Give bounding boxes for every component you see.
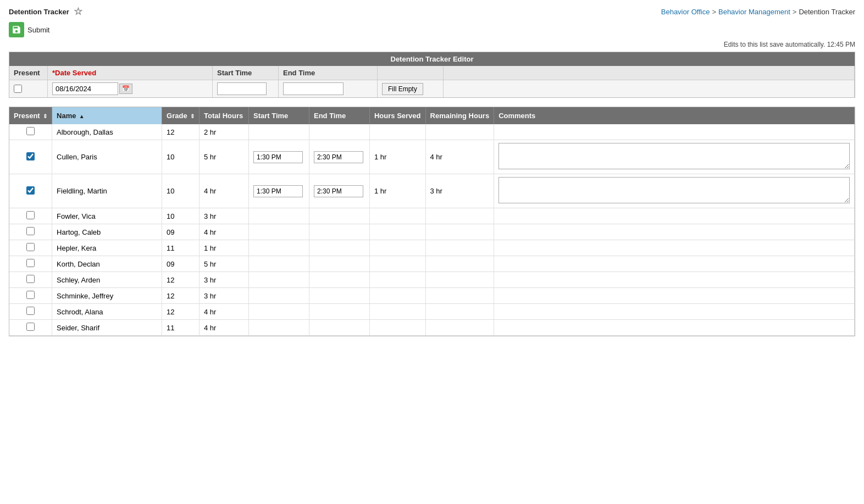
- cell-start-time: [248, 288, 309, 304]
- present-checkbox[interactable]: [26, 323, 35, 331]
- editor-extra-cell: [444, 80, 855, 97]
- cell-end-time: [309, 208, 369, 224]
- favorite-star-icon[interactable]: ☆: [74, 5, 82, 18]
- cell-hours-served: [369, 320, 425, 336]
- cell-present: [9, 174, 52, 208]
- cell-hours-served: [369, 224, 425, 240]
- cell-comments: [494, 240, 855, 256]
- present-checkbox[interactable]: [26, 275, 35, 283]
- grade-sort-icon: ⇕: [190, 113, 195, 119]
- editor-header-extra: [444, 66, 855, 80]
- cell-remaining-hours: [425, 208, 494, 224]
- cell-end-time: [309, 272, 369, 288]
- th-present[interactable]: Present ⇕: [9, 107, 52, 124]
- cell-name: Seider, Sharif: [52, 320, 162, 336]
- th-grade[interactable]: Grade ⇕: [162, 107, 200, 124]
- comments-textarea[interactable]: [499, 143, 850, 169]
- present-checkbox[interactable]: [26, 259, 35, 267]
- cell-hours-served: [369, 256, 425, 272]
- cell-start-time: [248, 240, 309, 256]
- cell-grade: 09: [162, 256, 200, 272]
- cell-remaining-hours: [425, 124, 494, 140]
- editor-section: Detention Tracker Editor Present *Date S…: [9, 52, 855, 98]
- end-time-input[interactable]: [314, 185, 363, 197]
- editor-present-checkbox[interactable]: [14, 85, 22, 93]
- cell-remaining-hours: [425, 320, 494, 336]
- page-header: Detention Tracker ☆ Behavior Office > Be…: [9, 5, 855, 18]
- cell-hours-served: [369, 208, 425, 224]
- cell-name: Schminke, Jeffrey: [52, 288, 162, 304]
- cell-name: Korth, Declan: [52, 256, 162, 272]
- breadcrumb-sep-1: >: [712, 8, 716, 16]
- toolbar: Submit: [9, 22, 855, 37]
- cell-total-hours: 2 hr: [199, 124, 248, 140]
- editor-header-date-served: *Date Served: [48, 66, 213, 80]
- present-checkbox[interactable]: [26, 211, 35, 219]
- name-sort-icon: ▲: [79, 113, 85, 119]
- calendar-button[interactable]: 📅: [119, 84, 132, 94]
- cell-grade: 12: [162, 272, 200, 288]
- cell-end-time: [309, 224, 369, 240]
- cell-comments: [494, 320, 855, 336]
- table-body: Alborough, Dallas122 hrCullen, Paris105 …: [9, 124, 855, 336]
- editor-header-end-time: End Time: [279, 66, 378, 80]
- present-sort-icon: ⇕: [43, 113, 47, 119]
- cell-start-time: [248, 256, 309, 272]
- editor-end-time-input[interactable]: [283, 82, 344, 95]
- breadcrumb-behavior-office[interactable]: Behavior Office: [661, 8, 710, 16]
- fill-empty-button[interactable]: Fill Empty: [382, 83, 423, 95]
- present-checkbox[interactable]: [26, 227, 35, 235]
- submit-icon: [9, 22, 24, 37]
- cell-grade: 10: [162, 140, 200, 174]
- start-time-input[interactable]: [253, 151, 303, 163]
- present-checkbox[interactable]: [26, 243, 35, 251]
- comments-textarea[interactable]: [499, 177, 850, 203]
- cell-present: [9, 304, 52, 320]
- cell-total-hours: 3 hr: [199, 288, 248, 304]
- table-row: Fowler, Vica103 hr: [9, 208, 855, 224]
- autosave-note: Edits to this list save automatically. 1…: [9, 41, 855, 48]
- end-time-input[interactable]: [314, 151, 363, 163]
- editor-date-cell: 📅: [48, 80, 213, 97]
- present-checkbox[interactable]: [26, 186, 35, 195]
- th-name[interactable]: Name ▲: [52, 107, 162, 124]
- submit-button[interactable]: Submit: [9, 22, 49, 37]
- present-checkbox[interactable]: [26, 291, 35, 299]
- cell-present: [9, 140, 52, 174]
- cell-end-time: [309, 304, 369, 320]
- cell-start-time: [248, 174, 309, 208]
- cell-start-time: [248, 208, 309, 224]
- cell-grade: 10: [162, 208, 200, 224]
- cell-comments: [494, 140, 855, 174]
- editor-header-fill-empty: [378, 66, 444, 80]
- cell-remaining-hours: [425, 288, 494, 304]
- cell-present: [9, 224, 52, 240]
- start-time-input[interactable]: [253, 185, 303, 197]
- cell-end-time: [309, 124, 369, 140]
- breadcrumb-behavior-management[interactable]: Behavior Management: [718, 8, 790, 16]
- page-title-block: Detention Tracker ☆: [9, 5, 82, 18]
- present-checkbox[interactable]: [26, 307, 35, 315]
- cell-name: Cullen, Paris: [52, 140, 162, 174]
- cell-hours-served: [369, 272, 425, 288]
- editor-start-time-input[interactable]: [217, 82, 267, 95]
- editor-date-input[interactable]: [52, 82, 118, 95]
- cell-start-time: [248, 124, 309, 140]
- cell-present: [9, 256, 52, 272]
- cell-comments: [494, 124, 855, 140]
- cell-remaining-hours: 3 hr: [425, 174, 494, 208]
- table-row: Schminke, Jeffrey123 hr: [9, 288, 855, 304]
- cell-remaining-hours: [425, 272, 494, 288]
- cell-end-time: [309, 256, 369, 272]
- cell-end-time: [309, 288, 369, 304]
- cell-start-time: [248, 320, 309, 336]
- present-checkbox[interactable]: [26, 152, 35, 160]
- cell-hours-served: [369, 288, 425, 304]
- present-checkbox[interactable]: [26, 127, 35, 135]
- cell-hours-served: 1 hr: [369, 174, 425, 208]
- editor-fill-empty-cell: Fill Empty: [378, 80, 444, 97]
- table-head: Present ⇕ Name ▲ Grade ⇕ Total Hours Sta…: [9, 107, 855, 124]
- table-row: Alborough, Dallas122 hr: [9, 124, 855, 140]
- table-row: Seider, Sharif114 hr: [9, 320, 855, 336]
- breadcrumb-current: Detention Tracker: [799, 8, 855, 16]
